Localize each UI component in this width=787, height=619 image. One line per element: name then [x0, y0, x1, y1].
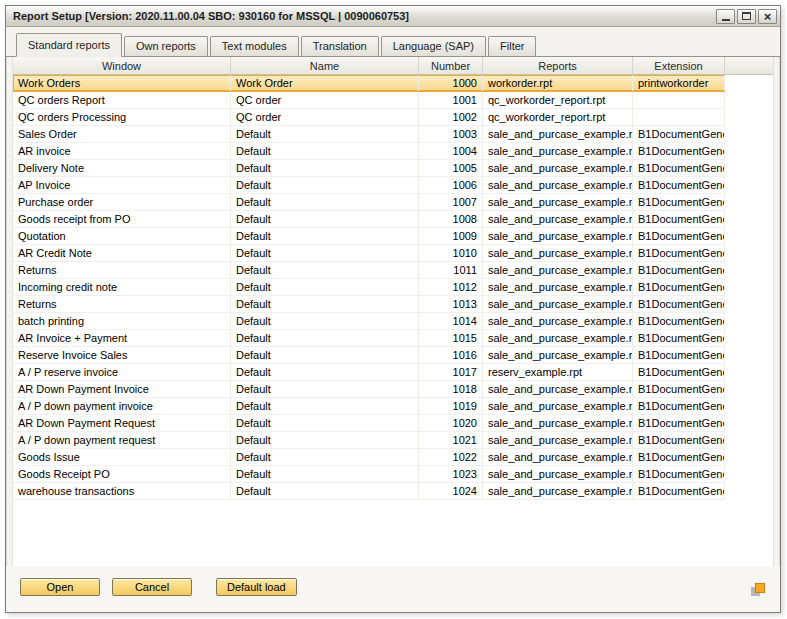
cell-number: 1017 [419, 364, 483, 380]
cell-name: Default [231, 296, 419, 312]
tab-text-modules[interactable]: Text modules [210, 36, 299, 56]
cell-window: A / P down payment invoice [13, 398, 231, 414]
cell-window: Returns [13, 262, 231, 278]
cell-extension [633, 92, 725, 108]
cell-extension: B1DocumentGener [633, 245, 725, 261]
cell-window: AR Down Payment Request [13, 415, 231, 431]
titlebar[interactable]: Report Setup [Version: 2020.11.00.04 SBO… [6, 6, 780, 27]
table-row[interactable]: A / P reserve invoice Default 1017 reser… [13, 364, 725, 381]
cell-number: 1006 [419, 177, 483, 193]
cell-window: AR Credit Note [13, 245, 231, 261]
cell-report: sale_and_purcase_example.rpt [483, 143, 633, 159]
table-row[interactable]: Returns Default 1011 sale_and_purcase_ex… [13, 262, 725, 279]
cell-number: 1012 [419, 279, 483, 295]
cell-name: Default [231, 449, 419, 465]
cell-name: Default [231, 330, 419, 346]
tab-filter[interactable]: Filter [488, 36, 536, 56]
cell-name: Default [231, 415, 419, 431]
table-row[interactable]: QC orders Report QC order 1001 qc_workor… [13, 92, 725, 109]
table-row[interactable]: Goods receipt from PO Default 1008 sale_… [13, 211, 725, 228]
cell-extension: B1DocumentGener [633, 296, 725, 312]
column-header-number[interactable]: Number [419, 57, 483, 74]
cell-extension [633, 109, 725, 125]
table-row[interactable]: AR invoice Default 1004 sale_and_purcase… [13, 143, 725, 160]
cell-report: sale_and_purcase_example.rpt [483, 432, 633, 448]
table-row[interactable]: AR Credit Note Default 1010 sale_and_pur… [13, 245, 725, 262]
cell-report: sale_and_purcase_example.rpt [483, 296, 633, 312]
cell-window: AR Invoice + Payment [13, 330, 231, 346]
cell-window: batch printing [13, 313, 231, 329]
maximize-button[interactable] [737, 9, 756, 24]
table-row[interactable]: Goods Issue Default 1022 sale_and_purcas… [13, 449, 725, 466]
table-row[interactable]: Delivery Note Default 1005 sale_and_purc… [13, 160, 725, 177]
cell-number: 1016 [419, 347, 483, 363]
cell-extension: B1DocumentGener [633, 279, 725, 295]
table-row[interactable]: Work Orders Work Order 1000 workorder.rp… [13, 75, 725, 92]
cell-number: 1020 [419, 415, 483, 431]
cell-name: QC order [231, 92, 419, 108]
cell-window: A / P reserve invoice [13, 364, 231, 380]
cell-window: AR Down Payment Invoice [13, 381, 231, 397]
cell-extension: B1DocumentGener [633, 177, 725, 193]
cell-number: 1021 [419, 432, 483, 448]
table-row[interactable]: Incoming credit note Default 1012 sale_a… [13, 279, 725, 296]
tab-label: Standard reports [28, 39, 110, 51]
cell-name: Default [231, 364, 419, 380]
cell-window: A / P down payment request [13, 432, 231, 448]
cell-extension: B1DocumentGener [633, 415, 725, 431]
cell-name: Default [231, 466, 419, 482]
table-row[interactable]: A / P down payment invoice Default 1019 … [13, 398, 725, 415]
table-row[interactable]: QC orders Processing QC order 1002 qc_wo… [13, 109, 725, 126]
cell-extension: printworkorder [633, 75, 725, 91]
table-row[interactable]: AP Invoice Default 1006 sale_and_purcase… [13, 177, 725, 194]
default-load-button[interactable]: Default load [216, 578, 297, 596]
cell-report: sale_and_purcase_example.rpt [483, 211, 633, 227]
table-row[interactable]: A / P down payment request Default 1021 … [13, 432, 725, 449]
cell-extension: B1DocumentGener [633, 143, 725, 159]
table-row[interactable]: AR Down Payment Invoice Default 1018 sal… [13, 381, 725, 398]
table-row[interactable]: warehouse transactions Default 1024 sale… [13, 483, 725, 500]
tab-standard-reports[interactable]: Standard reports [16, 33, 122, 57]
table-row[interactable]: batch printing Default 1014 sale_and_pur… [13, 313, 725, 330]
table-row[interactable]: Returns Default 1013 sale_and_purcase_ex… [13, 296, 725, 313]
report-setup-window: Report Setup [Version: 2020.11.00.04 SBO… [5, 5, 781, 613]
tab-translation[interactable]: Translation [301, 36, 379, 56]
cell-extension: B1DocumentGener [633, 483, 725, 499]
cell-number: 1000 [419, 75, 483, 91]
minimize-button[interactable] [716, 9, 735, 24]
column-header-window[interactable]: Window [13, 57, 231, 74]
table-row[interactable]: Purchase order Default 1007 sale_and_pur… [13, 194, 725, 211]
cell-window: Work Orders [13, 75, 231, 91]
cell-number: 1022 [419, 449, 483, 465]
cell-name: Default [231, 160, 419, 176]
cell-report: sale_and_purcase_example.rpt [483, 160, 633, 176]
tab-language-sap[interactable]: Language (SAP) [381, 36, 486, 56]
cell-name: Default [231, 143, 419, 159]
close-button[interactable] [758, 9, 777, 24]
cell-report: sale_and_purcase_example.rpt [483, 194, 633, 210]
table-row[interactable]: Quotation Default 1009 sale_and_purcase_… [13, 228, 725, 245]
cell-extension: B1DocumentGener [633, 398, 725, 414]
tab-own-reports[interactable]: Own reports [124, 36, 208, 56]
cell-number: 1015 [419, 330, 483, 346]
cell-extension: B1DocumentGener [633, 466, 725, 482]
tab-label: Language (SAP) [393, 40, 474, 52]
table-row[interactable]: Sales Order Default 1003 sale_and_purcas… [13, 126, 725, 143]
cell-number: 1024 [419, 483, 483, 499]
table-row[interactable]: Goods Receipt PO Default 1023 sale_and_p… [13, 466, 725, 483]
open-button[interactable]: Open [20, 578, 100, 596]
table-row[interactable]: Reserve Invoice Sales Default 1016 sale_… [13, 347, 725, 364]
column-header-filler [725, 57, 773, 74]
cell-extension: B1DocumentGener [633, 160, 725, 176]
column-header-reports[interactable]: Reports [483, 57, 633, 74]
column-header-extension[interactable]: Extension [633, 57, 725, 74]
cell-report: sale_and_purcase_example.rpt [483, 245, 633, 261]
cancel-button[interactable]: Cancel [112, 578, 192, 596]
cell-name: Default [231, 177, 419, 193]
column-header-name[interactable]: Name [231, 57, 419, 74]
cell-extension: B1DocumentGener [633, 432, 725, 448]
cell-report: sale_and_purcase_example.rpt [483, 381, 633, 397]
table-row[interactable]: AR Invoice + Payment Default 1015 sale_a… [13, 330, 725, 347]
resize-grip-icon[interactable] [750, 582, 766, 598]
table-row[interactable]: AR Down Payment Request Default 1020 sal… [13, 415, 725, 432]
